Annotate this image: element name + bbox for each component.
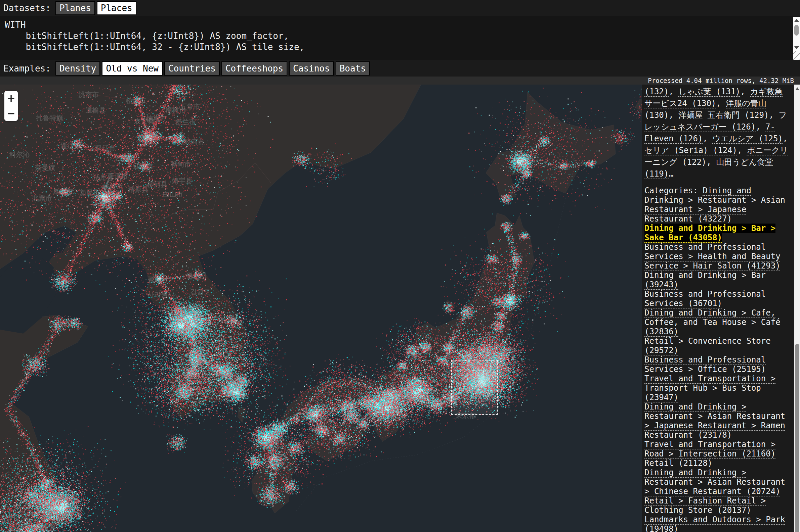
category-link[interactable]: Retail > Convenience Store (29572) — [644, 336, 771, 355]
scroll-up-icon[interactable] — [795, 87, 799, 90]
category-row: Business and Professional Services > Hea… — [644, 242, 791, 270]
scroll-down-icon[interactable] — [794, 46, 799, 49]
map-zoom-control: + − — [4, 91, 18, 121]
sql-editor-scrollbar[interactable] — [793, 17, 800, 51]
map-selection-box[interactable] — [451, 360, 498, 415]
results-sidebar: (132), しゃぶ葉 (131), カギ救急サービス24 (130), 洋服の… — [642, 84, 794, 532]
zoom-in-button[interactable]: + — [4, 91, 18, 106]
category-link[interactable]: Dining and Drinking > Restaurant > Asian… — [644, 468, 785, 496]
brand-link[interactable]: 洋麺屋 五右衛門 (129) — [678, 110, 769, 120]
textarea-resize-grip-icon[interactable] — [793, 51, 800, 60]
sidebar-scrollbar[interactable] — [794, 84, 800, 532]
category-link-highlighted[interactable]: Dining and Drinking > Bar > Sake Bar (43… — [644, 224, 776, 242]
category-row: Retail > Fashion Retail > Clothing Store… — [644, 496, 791, 515]
datasets-button-group: PlanesPlaces — [55, 1, 138, 15]
dataset-button-planes[interactable]: Planes — [55, 1, 95, 15]
category-link[interactable]: Dining and Drinking > Bar (39243) — [644, 270, 766, 289]
examples-bar: Examples: DensityOld vs NewCountriesCoff… — [0, 60, 800, 77]
examples-button-group: DensityOld vs NewCountriesCoffeeshopsCas… — [55, 61, 371, 76]
datasets-bar: Datasets: PlanesPlaces — [0, 0, 800, 16]
example-button-boats[interactable]: Boats — [336, 61, 370, 76]
category-row: Dining and Drinking > Cafe, Coffee, and … — [644, 308, 791, 336]
category-link[interactable]: Landmarks and Outdoors > Park (19498) — [644, 515, 785, 532]
category-row: Dining and Drinking > Bar > Sake Bar (43… — [644, 224, 791, 242]
category-link[interactable]: Travel and Transportation > Road > Inter… — [644, 440, 776, 458]
example-button-casinos[interactable]: Casinos — [289, 61, 334, 76]
categories-list: Categories: Dining and Drinking > Restau… — [644, 186, 791, 532]
category-row: Business and Professional Services (3670… — [644, 289, 791, 308]
sql-scrollbar-thumb[interactable] — [794, 25, 799, 36]
category-row: Dining and Drinking > Restaurant > Asian… — [644, 402, 791, 440]
top-brands-list: (132), しゃぶ葉 (131), カギ救急サービス24 (130), 洋服の… — [644, 86, 791, 180]
category-link[interactable]: Retail (21128) — [644, 458, 712, 468]
category-row: Travel and Transportation > Transport Hu… — [644, 374, 791, 402]
map-viewport[interactable]: 洮南市松原市榆树市五常市通榆县农安县德惠市舒兰市扎鲁特旗长春市蛟河市双辽市通辽市… — [0, 84, 642, 532]
brand-link[interactable]: しゃぶ葉 (131) — [678, 87, 740, 96]
scroll-up-icon[interactable] — [794, 19, 799, 22]
dataset-button-places[interactable]: Places — [97, 1, 137, 15]
sql-query-text[interactable]: WITH bitShiftLeft(1::UInt64, {z:UInt8}) … — [5, 19, 304, 53]
brand-link[interactable]: セリア (Seria) (124) — [644, 146, 737, 155]
datasets-label: Datasets: — [3, 3, 51, 13]
example-button-old-vs-new[interactable]: Old vs New — [102, 61, 163, 76]
category-row: Dining and Drinking > Restaurant > Asian… — [644, 468, 791, 496]
example-button-density[interactable]: Density — [55, 61, 101, 76]
brand-link[interactable]: ウエルシア (125) — [712, 134, 783, 143]
category-row: Landmarks and Outdoors > Park (19498) — [644, 515, 791, 532]
zoom-out-button[interactable]: − — [4, 106, 18, 121]
brands-truncation: … — [669, 169, 673, 178]
examples-label: Examples: — [3, 63, 51, 74]
category-link[interactable]: Business and Professional Services > Hea… — [644, 242, 781, 270]
main-content: 洮南市松原市榆树市五常市通榆县农安县德惠市舒兰市扎鲁特旗长春市蛟河市双辽市通辽市… — [0, 84, 800, 532]
status-bar: Processed 4.04 million rows, 42.32 MiB — [0, 77, 800, 84]
sidebar-scrollbar-thumb[interactable] — [795, 344, 799, 532]
sql-editor[interactable]: WITH bitShiftLeft(1::UInt64, {z:UInt8}) … — [0, 16, 800, 60]
processed-rows-status: Processed 4.04 million rows, 42.32 MiB — [648, 77, 794, 84]
category-link[interactable]: Business and Professional Services (3670… — [644, 289, 766, 308]
example-button-coffeeshops[interactable]: Coffeeshops — [221, 61, 287, 76]
category-link[interactable]: Business and Professional Services > Off… — [644, 355, 766, 374]
category-row: Dining and Drinking > Bar (39243) — [644, 270, 791, 289]
category-row: Travel and Transportation > Road > Inter… — [644, 440, 791, 458]
category-row: Retail (21128) — [644, 458, 791, 468]
category-row: Retail > Convenience Store (29572) — [644, 336, 791, 355]
category-link[interactable]: Travel and Transportation > Transport Hu… — [644, 374, 776, 402]
category-row: Categories: Dining and Drinking > Restau… — [644, 186, 791, 224]
category-link[interactable]: Dining and Drinking > Cafe, Coffee, and … — [644, 308, 781, 336]
categories-label: Categories: — [644, 186, 703, 195]
map-canvas[interactable] — [0, 84, 642, 532]
category-row: Business and Professional Services > Off… — [644, 355, 791, 374]
brand-link-fragment[interactable]: (132) — [644, 87, 669, 96]
example-button-countries[interactable]: Countries — [164, 61, 220, 76]
category-link[interactable]: Dining and Drinking > Restaurant > Asian… — [644, 402, 785, 440]
category-link[interactable]: Retail > Fashion Retail > Clothing Store… — [644, 496, 766, 515]
